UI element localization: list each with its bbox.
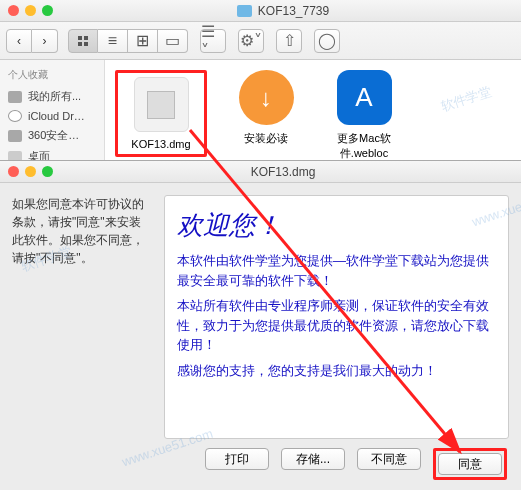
file-webloc[interactable]: A 更多Mac软件.webloc [325,70,403,161]
close-icon[interactable] [8,166,19,177]
svg-rect-1 [84,36,88,40]
zoom-icon[interactable] [42,5,53,16]
sidebar-item-allfiles[interactable]: 我的所有... [0,86,104,107]
svg-rect-0 [78,36,82,40]
file-label: 更多Mac软件.webloc [325,131,403,161]
dialog-title: KOF13.dmg [53,165,513,179]
folder-icon [8,91,22,103]
sidebar-item-label: iCloud Dr… [28,110,85,122]
dmg-icon [134,77,189,132]
dialog-side-text: 如果您同意本许可协议的条款，请按"同意"来安装此软件。如果您不同意，请按"不同意… [12,195,152,439]
file-label: 安装必读 [227,131,305,146]
file-label: KOF13.dmg [122,138,200,150]
view-list-button[interactable]: ≡ [98,29,128,53]
tags-button[interactable]: ◯ [314,29,340,53]
print-button[interactable]: 打印 [205,448,269,470]
sidebar-header: 个人收藏 [0,64,104,86]
sidebar-item-label: 我的所有... [28,89,81,104]
sidebar-item-360[interactable]: 360安全… [0,125,104,146]
window-title: KOF13_7739 [258,4,329,18]
finder-titlebar: KOF13_7739 [0,0,521,22]
forward-button[interactable]: › [32,29,58,53]
svg-rect-3 [84,42,88,46]
share-button[interactable]: ⇧ [276,29,302,53]
svg-rect-2 [78,42,82,46]
welcome-p2: 本站所有软件由专业程序师亲测，保证软件的安全有效性，致力于为您提供最优质的软件资… [177,296,496,355]
traffic-lights [8,166,53,177]
save-button[interactable]: 存储... [281,448,345,470]
finder-toolbar: ‹ › ≡ ⊞ ▭ ☰ ˅ ⚙ ˅ ⇧ ◯ [0,22,521,60]
close-icon[interactable] [8,5,19,16]
readme-icon: ↓ [239,70,294,125]
view-column-button[interactable]: ⊞ [128,29,158,53]
zoom-icon[interactable] [42,166,53,177]
agree-button[interactable]: 同意 [438,453,502,475]
license-dialog: KOF13.dmg 如果您同意本许可协议的条款，请按"同意"来安装此软件。如果您… [0,160,521,490]
welcome-title: 欢迎您！ [177,208,496,243]
file-readme[interactable]: ↓ 安装必读 [227,70,305,146]
view-icon-button[interactable] [68,29,98,53]
appstore-icon: A [337,70,392,125]
traffic-lights [8,5,53,16]
cloud-icon [8,110,22,122]
welcome-p1: 本软件由软件学堂为您提供—软件学堂下载站为您提供最安全最可靠的软件下载！ [177,251,496,290]
welcome-p3: 感谢您的支持，您的支持是我们最大的动力！ [177,361,496,381]
sidebar-item-label: 360安全… [28,128,79,143]
disagree-button[interactable]: 不同意 [357,448,421,470]
minimize-icon[interactable] [25,166,36,177]
view-gallery-button[interactable]: ▭ [158,29,188,53]
grid-icon [77,35,89,47]
back-button[interactable]: ‹ [6,29,32,53]
gear-icon: ⚙ [240,31,254,50]
minimize-icon[interactable] [25,5,36,16]
folder-icon [8,130,22,142]
sidebar-item-icloud[interactable]: iCloud Dr… [0,107,104,125]
folder-icon [237,5,252,17]
license-text-area: 欢迎您！ 本软件由软件学堂为您提供—软件学堂下载站为您提供最安全最可靠的软件下载… [164,195,509,439]
action-button[interactable]: ⚙ ˅ [238,29,264,53]
arrange-button[interactable]: ☰ ˅ [200,29,226,53]
file-dmg[interactable]: KOF13.dmg [122,77,200,150]
